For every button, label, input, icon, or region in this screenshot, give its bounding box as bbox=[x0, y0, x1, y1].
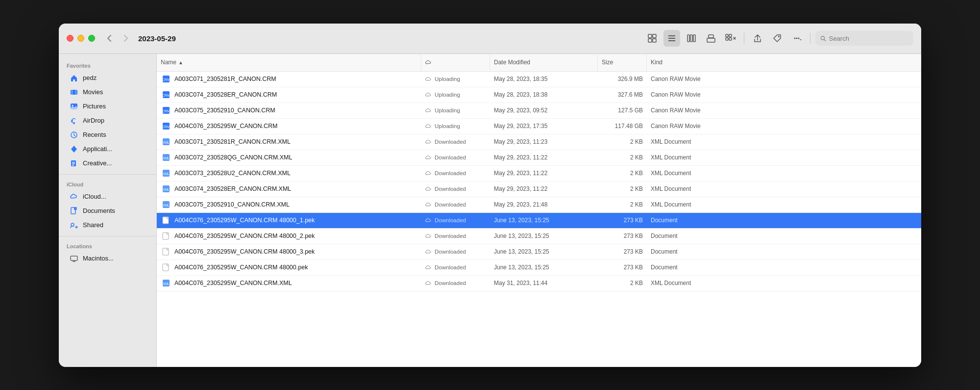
row-cloud-status: Downloaded bbox=[421, 248, 490, 256]
favorites-label: Favorites bbox=[59, 60, 156, 71]
row-filename: A004C076_2305295W_CANON.CRM 48000_3.pek bbox=[174, 248, 315, 255]
forward-button[interactable] bbox=[119, 31, 132, 45]
table-row[interactable]: CRM A003C075_23052910_CANON.CRM Uploadin… bbox=[157, 103, 921, 119]
view-icons-button[interactable] bbox=[644, 30, 661, 47]
row-size: 273 KB bbox=[598, 264, 647, 271]
row-kind: Canon RAW Movie bbox=[647, 76, 921, 82]
row-kind: Document bbox=[647, 233, 921, 239]
nav-buttons bbox=[103, 31, 132, 45]
sidebar-item-creative[interactable]: Creative... bbox=[62, 156, 153, 170]
row-date: June 13, 2023, 15:25 bbox=[490, 217, 598, 224]
minimize-button[interactable] bbox=[77, 35, 84, 42]
table-row[interactable]: CRM A003C071_2305281R_CANON.CRM Uploadin… bbox=[157, 72, 921, 87]
view-gallery-button[interactable] bbox=[703, 30, 719, 47]
row-filename: A003C075_23052910_CANON.CRM bbox=[174, 107, 275, 114]
table-row[interactable]: XML A003C073_230528U2_CANON.CRM.XML Down… bbox=[157, 166, 921, 182]
row-date: May 29, 2023, 11:22 bbox=[490, 170, 598, 177]
row-filename: A004C076_2305295W_CANON.CRM.XML bbox=[174, 280, 292, 286]
row-name: XML A004C076_2305295W_CANON.CRM.XML bbox=[157, 279, 421, 287]
row-kind: Canon RAW Movie bbox=[647, 107, 921, 114]
file-header: Name ▲ Date Modified Size Kind bbox=[157, 54, 921, 72]
table-row[interactable]: XML A003C074_230528ER_CANON.CRM.XML Down… bbox=[157, 182, 921, 197]
tag-button[interactable] bbox=[769, 30, 785, 47]
status-text: Downloaded bbox=[435, 280, 466, 286]
file-icon: CRM bbox=[162, 90, 171, 99]
status-text: Downloaded bbox=[435, 264, 466, 270]
header-size[interactable]: Size bbox=[598, 54, 647, 71]
svg-rect-36 bbox=[71, 256, 77, 260]
sidebar-item-recents[interactable]: Recents bbox=[62, 128, 153, 142]
view-list-button[interactable] bbox=[663, 30, 680, 47]
table-row[interactable]: A004C076_2305295W_CANON.CRM 48000_3.pek … bbox=[157, 244, 921, 260]
row-date: May 31, 2023, 11:44 bbox=[490, 280, 598, 286]
cloud-icon bbox=[425, 264, 432, 271]
svg-rect-0 bbox=[648, 34, 652, 38]
svg-rect-13 bbox=[729, 34, 732, 37]
row-size: 2 KB bbox=[598, 185, 647, 192]
cloud-icon bbox=[425, 185, 432, 193]
file-icon: XML bbox=[162, 200, 171, 209]
sidebar-item-pictures[interactable]: Pictures bbox=[62, 100, 153, 113]
header-cloud[interactable] bbox=[421, 54, 490, 71]
share-button[interactable] bbox=[749, 30, 766, 47]
pictures-icon bbox=[70, 102, 78, 111]
table-row[interactable]: CRM A003C074_230528ER_CANON.CRM Uploadin… bbox=[157, 87, 921, 103]
cloud-icon bbox=[425, 138, 432, 146]
search-input[interactable] bbox=[829, 35, 908, 42]
documents-icon bbox=[70, 207, 78, 215]
header-kind[interactable]: Kind bbox=[647, 54, 921, 71]
table-row[interactable]: A004C076_2305295W_CANON.CRM 48000_2.pek … bbox=[157, 229, 921, 244]
table-row[interactable]: CRM A004C076_2305295W_CANON.CRM Uploadin… bbox=[157, 119, 921, 134]
sidebar-label-icloud: iCloud... bbox=[83, 193, 106, 200]
row-cloud-status: Downloaded bbox=[421, 185, 490, 193]
cloud-icon bbox=[425, 280, 432, 287]
search-box[interactable] bbox=[815, 31, 913, 46]
file-icon bbox=[162, 216, 171, 225]
svg-rect-24 bbox=[75, 90, 76, 95]
sidebar-item-applications[interactable]: Applicati... bbox=[62, 142, 153, 156]
row-cloud-status: Uploading bbox=[421, 107, 490, 114]
file-icon: XML bbox=[162, 169, 171, 178]
sidebar-item-pedz[interactable]: pedz bbox=[62, 71, 153, 85]
sidebar-item-documents[interactable]: Documents bbox=[62, 204, 153, 218]
sidebar-item-airdrop[interactable]: AirDrop bbox=[62, 114, 153, 128]
file-icon: XML bbox=[162, 137, 171, 146]
row-name: XML A003C075_23052910_CANON.CRM.XML bbox=[157, 200, 421, 209]
row-kind: Document bbox=[647, 217, 921, 224]
row-date: May 29, 2023, 11:22 bbox=[490, 185, 598, 192]
locations-label: Locations bbox=[59, 240, 156, 251]
row-name: XML A003C072_230528QG_CANON.CRM.XML bbox=[157, 153, 421, 162]
file-icon: XML bbox=[162, 184, 171, 193]
table-row[interactable]: A004C076_2305295W_CANON.CRM 48000_1.pek … bbox=[157, 213, 921, 229]
table-row[interactable]: XML A004C076_2305295W_CANON.CRM.XML Down… bbox=[157, 276, 921, 291]
sidebar-label-movies: Movies bbox=[83, 88, 103, 96]
sidebar-divider-1 bbox=[59, 174, 156, 175]
view-group-button[interactable] bbox=[722, 30, 739, 47]
svg-text:CRM: CRM bbox=[162, 109, 170, 113]
row-size: 2 KB bbox=[598, 138, 647, 145]
sidebar-item-macintosh[interactable]: Macintos... bbox=[62, 252, 153, 265]
row-name: A004C076_2305295W_CANON.CRM 48000_3.pek bbox=[157, 247, 421, 256]
sidebar-item-shared[interactable]: Shared bbox=[62, 218, 153, 232]
header-name[interactable]: Name ▲ bbox=[157, 54, 421, 71]
svg-text:XML: XML bbox=[163, 141, 170, 144]
action-button[interactable] bbox=[788, 30, 805, 47]
table-row[interactable]: A004C076_2305295W_CANON.CRM 48000.pek Do… bbox=[157, 260, 921, 276]
back-button[interactable] bbox=[103, 31, 117, 45]
finder-window: 2023-05-29 bbox=[59, 24, 921, 367]
svg-line-21 bbox=[824, 39, 826, 41]
row-filename: A003C074_230528ER_CANON.CRM.XML bbox=[174, 185, 291, 192]
search-icon bbox=[820, 35, 826, 42]
svg-rect-14 bbox=[726, 38, 728, 40]
close-button[interactable] bbox=[67, 35, 74, 42]
maximize-button[interactable] bbox=[88, 35, 95, 42]
sidebar-item-icloud[interactable]: iCloud... bbox=[62, 190, 153, 204]
toolbar-separator-1 bbox=[744, 33, 744, 44]
table-row[interactable]: XML A003C072_230528QG_CANON.CRM.XML Down… bbox=[157, 150, 921, 166]
svg-rect-31 bbox=[72, 163, 75, 164]
sidebar-item-movies[interactable]: Movies bbox=[62, 85, 153, 99]
view-columns-button[interactable] bbox=[683, 30, 700, 47]
table-row[interactable]: XML A003C071_2305281R_CANON.CRM.XML Down… bbox=[157, 134, 921, 150]
header-date[interactable]: Date Modified bbox=[490, 54, 598, 71]
table-row[interactable]: XML A003C075_23052910_CANON.CRM.XML Down… bbox=[157, 197, 921, 213]
